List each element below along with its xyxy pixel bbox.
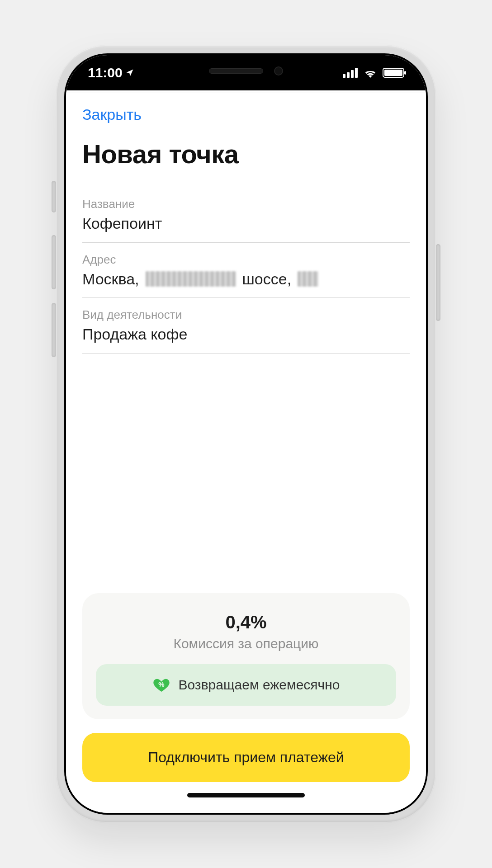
- address-redacted-street: [146, 271, 236, 287]
- connect-payments-button[interactable]: Подключить прием платежей: [82, 733, 410, 782]
- cellular-signal-icon: [343, 68, 358, 78]
- volume-down-button: [52, 303, 56, 357]
- field-activity-label: Вид деятельности: [82, 308, 410, 322]
- cashback-heart-icon: %: [152, 676, 170, 694]
- cashback-badge: % Возвращаем ежемесячно: [96, 664, 396, 706]
- field-activity-value: Продажа кофе: [82, 325, 410, 344]
- field-address[interactable]: Адрес Москва, шоссе,: [82, 243, 410, 298]
- field-name-label: Название: [82, 197, 410, 211]
- wifi-icon: [364, 68, 377, 78]
- sheet-content: Закрыть Новая точка Название Кофепоинт А…: [66, 93, 426, 813]
- field-name-value: Кофепоинт: [82, 214, 410, 233]
- volume-up-button: [52, 235, 56, 289]
- location-icon: [125, 68, 134, 77]
- status-time: 11:00: [88, 65, 123, 80]
- notch: [160, 55, 332, 87]
- speaker-grille: [209, 68, 263, 74]
- page-title: Новая точка: [82, 139, 410, 169]
- close-button[interactable]: Закрыть: [82, 100, 142, 128]
- svg-rect-1: [347, 72, 350, 78]
- front-camera: [274, 66, 283, 75]
- svg-text:%: %: [158, 680, 164, 688]
- fee-value: 0,4%: [96, 612, 396, 632]
- home-indicator[interactable]: [187, 793, 305, 797]
- address-middle: шоссе,: [242, 269, 292, 289]
- fee-label: Комиссия за операцию: [96, 636, 396, 651]
- address-prefix: Москва,: [82, 269, 139, 289]
- phone-screen: 11:00: [66, 55, 426, 813]
- svg-rect-3: [355, 68, 358, 78]
- address-redacted-number: [298, 271, 318, 287]
- phone-bezel: 11:00: [64, 53, 428, 815]
- field-address-value: Москва, шоссе,: [82, 269, 410, 289]
- mute-switch: [52, 181, 56, 212]
- phone-frame: 11:00: [56, 45, 436, 823]
- svg-rect-0: [343, 74, 345, 78]
- field-address-label: Адрес: [82, 253, 410, 267]
- field-name[interactable]: Название Кофепоинт: [82, 187, 410, 243]
- svg-rect-2: [351, 70, 354, 78]
- battery-icon: [383, 68, 404, 78]
- power-button: [436, 244, 440, 321]
- fee-card: 0,4% Комиссия за операцию % Возвращаем е…: [82, 593, 410, 719]
- field-activity[interactable]: Вид деятельности Продажа кофе: [82, 298, 410, 354]
- cashback-text: Возвращаем ежемесячно: [179, 677, 340, 693]
